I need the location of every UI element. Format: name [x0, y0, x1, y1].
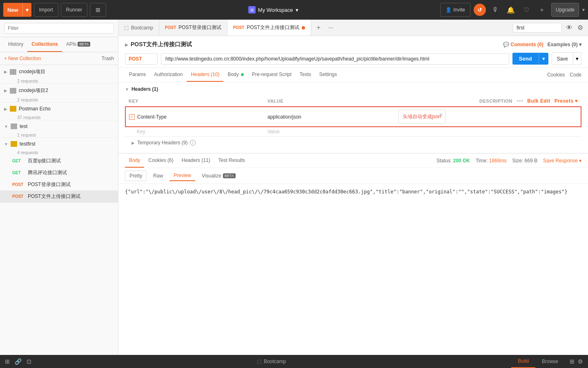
request-item[interactable]: GET 腾讯评论接口测试 [0, 167, 118, 179]
send-button[interactable]: Send [512, 53, 539, 65]
req-tab-auth[interactable]: Authorization [150, 68, 187, 82]
header-key-cell: ✓ Content-Type [125, 107, 264, 127]
upgrade-chevron-icon[interactable]: ▾ [582, 7, 585, 13]
sync-icon[interactable]: ↺ [474, 4, 486, 16]
build-tab[interactable]: Build [511, 355, 535, 368]
trash-button[interactable]: Trash [102, 56, 114, 61]
heart-icon[interactable]: ♡ [520, 4, 532, 16]
save-response-button[interactable]: Save Response ▾ [543, 158, 581, 164]
collapse-arrow-icon[interactable]: ▶ [125, 43, 128, 47]
upgrade-button[interactable]: Upgrade [551, 3, 579, 17]
close-tooltip-button[interactable]: × [439, 112, 443, 118]
send-caret-button[interactable]: ▾ [539, 53, 548, 65]
collection-item: ▶ cnodejs项目 2 requests [0, 65, 118, 84]
presets-button[interactable]: Presets ▾ [555, 98, 578, 104]
bootcamp-link[interactable]: ⬚ Bootcamp [257, 359, 286, 364]
workspace-selector[interactable]: ⊞ My Workspace ▾ [248, 6, 298, 13]
bottom-icon-2[interactable]: 🔗 [15, 358, 22, 365]
search-input[interactable] [4, 23, 114, 34]
req-tab-headers[interactable]: Headers (10) [187, 68, 223, 82]
request-item[interactable]: GET 百度ip接口测试 [0, 155, 118, 167]
browse-tab[interactable]: Browse [535, 355, 565, 368]
tab-history[interactable]: History [4, 37, 27, 52]
collection-header[interactable]: ▼ testfirst [0, 138, 118, 150]
collapse-headers-icon[interactable]: ▼ [125, 87, 129, 92]
settings-icon[interactable]: ⚙ [576, 23, 585, 32]
comments-link[interactable]: 💬 Comments (0) [503, 42, 543, 47]
empty-value-cell[interactable]: Value [264, 127, 395, 136]
header-checkbox[interactable]: ✓ [129, 114, 135, 120]
resp-tab-body[interactable]: Body [125, 154, 144, 168]
notifications-icon[interactable]: 🔔 [505, 4, 517, 16]
method-badge-get: GET [12, 159, 25, 163]
preview-tab[interactable]: Preview [169, 171, 195, 181]
bootcamp-label-bottom: Bootcamp [264, 359, 286, 364]
runner-button[interactable]: Runner [61, 3, 87, 17]
raw-tab[interactable]: Raw [149, 171, 167, 181]
request-tab-login[interactable]: POST POST登录接口测试 [159, 20, 227, 36]
collection-header[interactable]: ▶ Postman Echo [0, 103, 118, 115]
workspace-icon-button[interactable]: ⊞ [90, 3, 106, 17]
collection-name: cnodejs项目 [19, 68, 45, 75]
settings-bottom-icon[interactable]: ⚙ [578, 358, 583, 365]
workspace-name: My Workspace [258, 7, 293, 13]
collection-header[interactable]: ▶ cnodejs项目2 [0, 84, 118, 97]
new-caret-icon[interactable]: ▾ [22, 3, 31, 17]
new-collection-button[interactable]: + New Collection [4, 56, 41, 61]
bulk-edit-button[interactable]: Bulk Edit [527, 98, 550, 104]
collection-name: testfirst [20, 141, 36, 147]
info-icon[interactable]: i [190, 140, 196, 146]
code-link[interactable]: Code [570, 72, 581, 78]
save-caret-button[interactable]: ▾ [573, 52, 581, 65]
resp-tab-headers[interactable]: Headers (11) [178, 154, 214, 168]
cookies-link[interactable]: Cookies [547, 72, 565, 78]
import-button[interactable]: Import [34, 3, 58, 17]
tab-label: POST文件上传接口测试 [247, 24, 299, 31]
req-tab-settings[interactable]: Settings [315, 68, 341, 82]
method-badge-get: GET [12, 171, 25, 175]
save-button[interactable]: Save [552, 52, 573, 65]
collection-header[interactable]: ▼ test [0, 120, 118, 132]
response-body: {"url":"\/public\/upload\/user\/8\/head_… [118, 184, 588, 355]
temporary-headers-row: ▶ Temporary Headers (9) i [125, 136, 581, 149]
header-value-cell[interactable]: application/json [264, 107, 395, 127]
invite-button[interactable]: 👤 Invite [440, 3, 470, 17]
request-tab-upload[interactable]: POST POST文件上传接口测试 [227, 20, 311, 36]
bottom-icon-1[interactable]: ⊞ [5, 358, 10, 365]
resp-tab-cookies[interactable]: Cookies (6) [144, 154, 177, 168]
desc-tooltip: 头域自动变成json × [398, 110, 445, 124]
bottom-icon-3[interactable]: ⊡ [27, 358, 31, 365]
request-item-active[interactable]: POST POST文件上传接口测试 [0, 191, 118, 202]
bootcamp-tab[interactable]: ⬚ Bootcamp [118, 20, 159, 36]
plus-icon[interactable]: ＋ [536, 4, 548, 16]
empty-key-cell[interactable]: Key [125, 127, 264, 136]
interceptor-icon[interactable]: 🎙 [489, 4, 501, 16]
req-tab-params[interactable]: Params [125, 68, 150, 82]
headers-panel: ▼ Headers (1) KEY VALUE DESCRIPTION ⋯ Bu… [118, 82, 588, 153]
eye-icon[interactable]: 👁 [564, 23, 574, 32]
request-item[interactable]: POST POST登录接口测试 [0, 179, 118, 191]
collection-name: Postman Echo [19, 106, 51, 112]
add-tab-button[interactable]: ＋ [311, 23, 326, 32]
collection-name: test [20, 123, 27, 129]
more-tabs-button[interactable]: ⋯ [326, 25, 336, 31]
req-tab-prerequest[interactable]: Pre-request Script [248, 68, 296, 82]
resp-tab-test-results[interactable]: Test Results [214, 154, 249, 168]
layout-icon[interactable]: ⊞ [570, 358, 575, 365]
req-tab-body[interactable]: Body [223, 68, 248, 82]
visualize-tab[interactable]: Visualize BETA [198, 171, 240, 181]
tab-collections[interactable]: Collections [27, 37, 62, 52]
method-selector[interactable]: POST GET PUT DELETE [125, 53, 158, 65]
examples-link[interactable]: Examples (0) ▾ [548, 42, 581, 47]
environment-selector[interactable]: first No Environment [513, 23, 562, 33]
more-icon[interactable]: ⋯ [517, 97, 523, 105]
collection-header[interactable]: ▶ cnodejs项目 [0, 65, 118, 79]
tab-apis[interactable]: APIs BETA [62, 37, 94, 52]
new-button[interactable]: New ▾ [3, 3, 31, 17]
expand-temp-icon[interactable]: ▶ [131, 141, 135, 145]
header-row: ✓ Content-Type application/json 头域自动变成js… [125, 107, 581, 127]
url-input[interactable] [161, 53, 509, 65]
req-tab-tests[interactable]: Tests [296, 68, 315, 82]
header-key-value[interactable]: Content-Type [137, 114, 167, 120]
pretty-tab[interactable]: Pretty [125, 171, 147, 181]
